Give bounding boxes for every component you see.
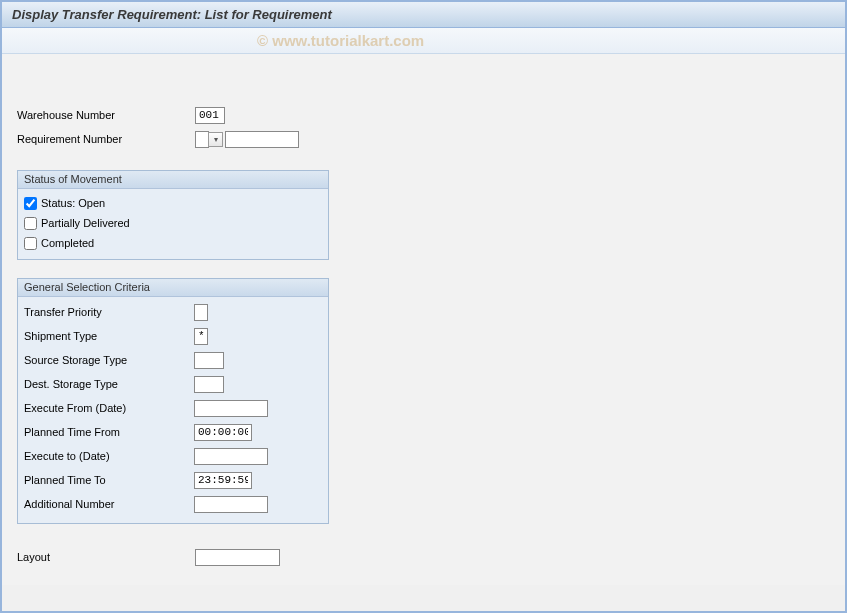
dest-storage-label: Dest. Storage Type (24, 378, 194, 390)
source-storage-input[interactable] (194, 352, 224, 369)
planned-from-input[interactable] (194, 424, 252, 441)
exec-to-label: Execute to (Date) (24, 450, 194, 462)
reqnum-type-input[interactable] (195, 131, 209, 148)
planned-to-label: Planned Time To (24, 474, 194, 486)
status-open-label: Status: Open (41, 197, 105, 209)
transfer-priority-input[interactable] (194, 304, 208, 321)
general-group-title: General Selection Criteria (18, 279, 328, 297)
page-title: Display Transfer Requirement: List for R… (12, 7, 835, 22)
status-completed-label: Completed (41, 237, 94, 249)
layout-section: Layout (17, 546, 830, 568)
additional-input[interactable] (194, 496, 268, 513)
content-area: Warehouse Number Requirement Number ▾ St… (2, 54, 845, 585)
status-open-checkbox[interactable] (24, 197, 37, 210)
exec-to-input[interactable] (194, 448, 268, 465)
shipment-type-input[interactable] (194, 328, 208, 345)
warehouse-input[interactable] (195, 107, 225, 124)
general-group: General Selection Criteria Transfer Prio… (17, 278, 329, 524)
layout-label: Layout (17, 551, 195, 563)
status-partial-checkbox[interactable] (24, 217, 37, 230)
additional-label: Additional Number (24, 498, 194, 510)
planned-to-input[interactable] (194, 472, 252, 489)
matchcode-icon[interactable]: ▾ (208, 132, 223, 147)
source-storage-label: Source Storage Type (24, 354, 194, 366)
title-bar: Display Transfer Requirement: List for R… (2, 2, 845, 28)
layout-input[interactable] (195, 549, 280, 566)
exec-from-label: Execute From (Date) (24, 402, 194, 414)
dest-storage-input[interactable] (194, 376, 224, 393)
top-fields: Warehouse Number Requirement Number ▾ (17, 104, 830, 150)
status-group: Status of Movement Status: Open Partiall… (17, 170, 329, 260)
transfer-priority-label: Transfer Priority (24, 306, 194, 318)
warehouse-label: Warehouse Number (17, 109, 195, 121)
watermark-text: © www.tutorialkart.com (257, 32, 424, 49)
reqnum-input[interactable] (225, 131, 299, 148)
status-completed-checkbox[interactable] (24, 237, 37, 250)
status-partial-label: Partially Delivered (41, 217, 130, 229)
exec-from-input[interactable] (194, 400, 268, 417)
toolbar-strip: © www.tutorialkart.com (2, 28, 845, 54)
planned-from-label: Planned Time From (24, 426, 194, 438)
status-group-title: Status of Movement (18, 171, 328, 189)
shipment-type-label: Shipment Type (24, 330, 194, 342)
reqnum-label: Requirement Number (17, 133, 195, 145)
